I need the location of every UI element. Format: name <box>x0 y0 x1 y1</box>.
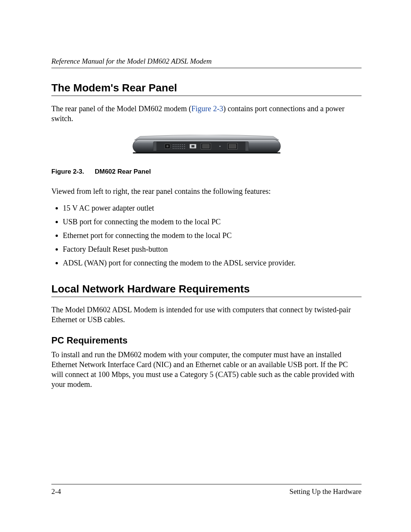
list-item: 15 V AC power adapter outlet <box>63 203 362 213</box>
figure-rear-panel <box>51 135 362 157</box>
svg-rect-31 <box>229 144 236 148</box>
local-network-intro: The Model DM602 ADSL Modem is intended f… <box>51 305 362 324</box>
figure-title: DM602 Rear Panel <box>95 168 151 175</box>
running-header: Reference Manual for the Model DM602 ADS… <box>51 57 362 68</box>
list-item: Ethernet port for connecting the modem t… <box>63 230 362 240</box>
svg-point-8 <box>180 144 181 145</box>
svg-rect-26 <box>191 145 194 147</box>
list-item: USB port for connecting the modem to the… <box>63 217 362 227</box>
svg-point-11 <box>173 146 174 147</box>
svg-point-22 <box>180 148 181 149</box>
svg-point-15 <box>180 146 181 147</box>
svg-point-18 <box>173 148 174 149</box>
chapter-name: Setting Up the Hardware <box>290 487 362 496</box>
svg-point-21 <box>178 148 179 149</box>
svg-point-14 <box>178 146 179 147</box>
list-item: ADSL (WAN) port for connecting the modem… <box>63 258 362 268</box>
svg-rect-34 <box>133 152 280 153</box>
svg-point-13 <box>177 146 177 147</box>
svg-point-29 <box>219 145 220 147</box>
figure-number: Figure 2-3. <box>51 168 84 175</box>
page-number: 2-4 <box>51 487 61 496</box>
svg-rect-33 <box>245 142 249 151</box>
subsection-heading-pc-requirements: PC Requirements <box>51 335 362 346</box>
svg-point-6 <box>177 144 177 145</box>
svg-point-3 <box>166 145 169 147</box>
section-heading-rear-panel: The Modem's Rear Panel <box>51 82 362 96</box>
list-item: Factory Default Reset push-button <box>63 244 362 254</box>
svg-rect-28 <box>202 144 209 148</box>
rear-panel-intro: The rear panel of the Model DM602 modem … <box>51 104 362 123</box>
figure-cross-reference-link[interactable]: Figure 2-3 <box>191 104 223 113</box>
svg-point-24 <box>184 148 185 149</box>
svg-point-5 <box>175 144 175 145</box>
features-intro: Viewed from left to right, the rear pane… <box>51 186 362 196</box>
svg-point-19 <box>175 148 175 149</box>
svg-point-7 <box>178 144 179 145</box>
intro-text-pre: The rear panel of the Model DM602 modem … <box>51 104 191 113</box>
document-page: Reference Manual for the Model DM602 ADS… <box>0 0 411 532</box>
section-heading-local-network: Local Network Hardware Requirements <box>51 283 362 297</box>
svg-point-9 <box>182 144 183 145</box>
figure-caption: Figure 2-3.DM602 Rear Panel <box>51 168 362 176</box>
svg-point-23 <box>182 148 183 149</box>
svg-point-12 <box>175 146 175 147</box>
svg-point-4 <box>173 144 174 145</box>
page-footer: 2-4 Setting Up the Hardware <box>51 484 362 496</box>
svg-point-16 <box>182 146 183 147</box>
rear-panel-feature-list: 15 V AC power adapter outlet USB port fo… <box>51 203 362 268</box>
svg-rect-32 <box>153 142 156 151</box>
svg-point-10 <box>184 144 185 145</box>
pc-requirements-body: To install and run the DM602 modem with … <box>51 350 362 389</box>
svg-point-17 <box>184 146 185 147</box>
modem-rear-panel-illustration <box>131 135 283 156</box>
svg-point-20 <box>177 148 177 149</box>
